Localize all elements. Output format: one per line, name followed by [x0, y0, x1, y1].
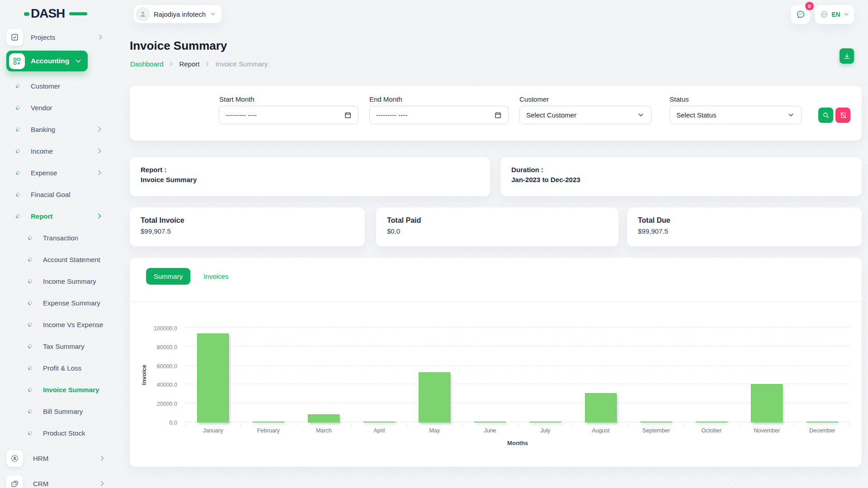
- end-month-input[interactable]: --------- ----: [369, 106, 509, 124]
- bar-august[interactable]: [585, 393, 617, 422]
- bar-february[interactable]: [253, 422, 284, 422]
- report-label: Report :: [141, 166, 167, 174]
- workspace-switcher[interactable]: Rajodiya infotech: [134, 5, 222, 23]
- report-name-card: Report : Invoice Summary: [130, 157, 490, 196]
- calendar-icon: [494, 111, 502, 119]
- bar-june[interactable]: [474, 422, 506, 422]
- messages-badge: 0: [805, 2, 814, 10]
- bullet-icon: [15, 105, 21, 111]
- sidebar-item-label: Transaction: [43, 234, 78, 242]
- x-tick-label: August: [573, 427, 629, 434]
- chevron-right-icon: [96, 212, 103, 220]
- bar-column-november: [739, 328, 795, 422]
- chevron-down-icon: [843, 11, 849, 18]
- bar-october[interactable]: [696, 422, 727, 422]
- bar-april[interactable]: [363, 422, 395, 422]
- sidebar-item-transaction[interactable]: Transaction: [0, 227, 117, 249]
- chevron-right-icon: [96, 126, 103, 133]
- avatar: [136, 7, 150, 21]
- search-icon: [822, 112, 830, 119]
- y-tick-label: 0.0: [130, 420, 177, 426]
- sidebar-group-accounting[interactable]: Accounting: [6, 51, 88, 71]
- sidebar-item-crm[interactable]: CRM: [6, 472, 111, 488]
- sidebar-item-report[interactable]: Report: [0, 205, 117, 227]
- sidebar-item-income-summary[interactable]: Income Summary: [0, 270, 117, 292]
- sidebar-item-label: Vendor: [31, 104, 52, 112]
- brand-logo[interactable]: DASH: [25, 6, 79, 21]
- status-select[interactable]: Select Status: [670, 106, 802, 124]
- bar-november[interactable]: [751, 384, 783, 422]
- sidebar-item-tax-summary[interactable]: Tax Summary: [0, 335, 117, 357]
- bullet-icon: [27, 257, 33, 263]
- bar-december[interactable]: [807, 422, 838, 422]
- tab-summary[interactable]: Summary: [146, 268, 190, 285]
- sidebar-item-label: Expense Summary: [43, 299, 100, 307]
- breadcrumb-report[interactable]: Report: [179, 60, 199, 68]
- customer-select[interactable]: Select Customer: [519, 106, 651, 124]
- x-tick-label: January: [185, 427, 241, 434]
- x-tick-label: April: [352, 427, 407, 434]
- sidebar-item-customer[interactable]: Customer: [0, 75, 117, 97]
- x-tick: [628, 423, 683, 426]
- status-label: Status: [670, 95, 689, 103]
- accounting-icon: [9, 53, 25, 69]
- language-selector[interactable]: EN: [815, 5, 854, 24]
- bar-may[interactable]: [419, 372, 450, 422]
- y-tick-label: 60000.0: [130, 363, 177, 370]
- end-month-label: End Month: [369, 95, 402, 103]
- sidebar-menu: CustomerVendorBankingIncomeExpenseFinaci…: [0, 75, 117, 444]
- sidebar-item-label: Bill Summary: [43, 408, 83, 415]
- sidebar-item-income-vs-expense[interactable]: Income Vs Expense: [0, 314, 117, 335]
- total-invoice-label: Total Invoice: [141, 216, 184, 225]
- sidebar-item-label: Profit & Loss: [43, 364, 81, 372]
- x-tick-label: September: [628, 427, 684, 434]
- sidebar-item-account-statement[interactable]: Account Statement: [0, 249, 117, 270]
- start-month-input[interactable]: --------- ----: [219, 106, 359, 124]
- reset-filter-button[interactable]: [835, 108, 850, 123]
- x-tick-label: May: [407, 427, 462, 434]
- sidebar-item-income[interactable]: Income: [0, 140, 117, 162]
- sidebar-item-label: Banking: [31, 126, 55, 133]
- x-tick: [518, 423, 573, 426]
- sidebar-item-expense-summary[interactable]: Expense Summary: [0, 292, 117, 314]
- x-tick: [185, 423, 241, 426]
- sidebar-item-product-stock[interactable]: Product Stock: [0, 422, 117, 444]
- bar-september[interactable]: [640, 422, 672, 422]
- messages-button[interactable]: 0: [791, 5, 810, 24]
- bullet-icon: [27, 300, 33, 306]
- sidebar-item-hrm[interactable]: HRM: [6, 446, 111, 470]
- download-button[interactable]: [840, 48, 854, 64]
- bullet-icon: [15, 192, 21, 197]
- topbar: DASH Rajodiya infotech 0 EN: [0, 0, 868, 27]
- sidebar-item-bill-summary[interactable]: Bill Summary: [0, 400, 117, 422]
- sidebar-item-expense[interactable]: Expense: [0, 162, 117, 183]
- apply-filter-button[interactable]: [818, 108, 833, 123]
- globe-icon: [820, 10, 829, 19]
- bullet-icon: [27, 365, 33, 371]
- total-due-label: Total Due: [638, 216, 670, 225]
- sidebar-item-vendor[interactable]: Vendor: [0, 97, 117, 118]
- tab-invoices[interactable]: Invoices: [203, 272, 228, 280]
- chevron-right-icon: [99, 455, 106, 462]
- sidebar-item-profit-loss[interactable]: Profit & Loss: [0, 357, 117, 379]
- x-tick-label: June: [462, 427, 518, 434]
- sidebar-item-invoice-summary[interactable]: Invoice Summary: [0, 379, 117, 400]
- sidebar-item-projects[interactable]: Projects: [6, 28, 111, 46]
- bar-january[interactable]: [197, 333, 229, 422]
- bar-column-may: [407, 328, 462, 422]
- start-month-label: Start Month: [219, 95, 255, 103]
- total-due-value: $99,907.5: [638, 227, 668, 235]
- start-month-value: --------- ----: [226, 111, 344, 119]
- bar-march[interactable]: [308, 414, 340, 422]
- chevron-right-icon: [97, 33, 104, 41]
- hrm-icon: [6, 450, 23, 467]
- end-month-value: --------- ----: [376, 111, 494, 119]
- sidebar-item-finacial-goal[interactable]: Finacial Goal: [0, 183, 117, 205]
- x-tick: [351, 423, 406, 426]
- sidebar-group-label: Accounting: [31, 57, 69, 65]
- total-paid-value: $0.0: [387, 227, 400, 235]
- sidebar-item-banking[interactable]: Banking: [0, 118, 117, 140]
- page-title: Invoice Summary: [130, 39, 227, 53]
- breadcrumb-dashboard[interactable]: Dashboard: [130, 60, 163, 68]
- bar-july[interactable]: [529, 422, 561, 422]
